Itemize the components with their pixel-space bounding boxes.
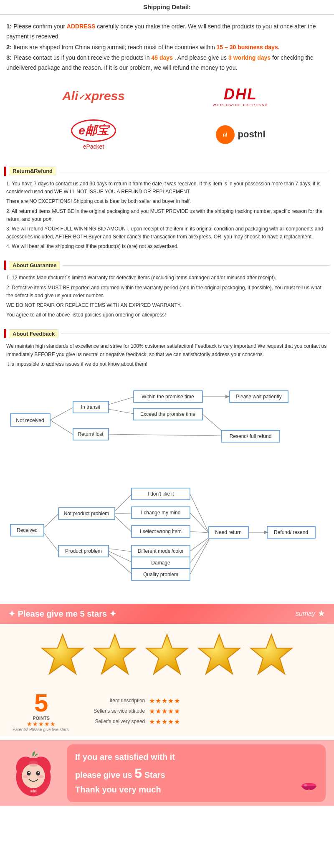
svg-line-54 xyxy=(190,538,209,551)
stars-banner: ✦ Please give me 5 stars ✦ sumay xyxy=(0,604,334,624)
svg-text:nl: nl xyxy=(223,132,228,138)
stars-banner-text: ✦ Please give me 5 stars ✦ xyxy=(8,609,116,619)
svg-text:I change my mind: I change my mind xyxy=(141,510,181,516)
five-points-sub: Parents! Please give five stars. xyxy=(13,727,70,732)
return-refund-bar xyxy=(4,167,6,176)
shipping-item2-num: 2: xyxy=(6,43,12,51)
svg-line-51 xyxy=(190,494,209,533)
svg-text:Not product problem: Not product problem xyxy=(64,511,109,516)
flowchart-received: Received Not product problem Product pro… xyxy=(0,466,334,600)
guarantee-item-1: 1. 12 months Manufacturer`s limited Warr… xyxy=(6,274,328,282)
epacket-logo: e邮宝 ePacket xyxy=(22,115,165,154)
satisfaction-stars-label: Stars xyxy=(144,770,165,779)
return-refund-body: 1. You have 7 days to contact us and 30 … xyxy=(0,178,334,257)
svg-text:In transit: In transit xyxy=(81,404,101,410)
star-5 xyxy=(248,632,294,678)
svg-point-75 xyxy=(38,772,39,773)
svg-point-74 xyxy=(28,772,30,773)
postnl-text: postnl xyxy=(238,129,266,140)
guarantee-item-4: You agree to all of the above-listed pol… xyxy=(6,311,328,319)
shipping-header: Shipping Detail: xyxy=(0,0,334,15)
logos-section: Ali✓xpress DHL WORLDWIDE EXPRESS® e邮宝 eP… xyxy=(0,77,334,162)
svg-text:Need return: Need return xyxy=(215,529,241,535)
five-points-stars: ★★★★★ xyxy=(27,721,56,727)
svg-marker-64 xyxy=(94,634,136,674)
star-4 xyxy=(196,632,242,678)
svg-line-53 xyxy=(190,531,209,533)
svg-point-77 xyxy=(38,775,44,778)
svg-text:Please wait patiently: Please wait patiently xyxy=(236,394,281,400)
shipping-item1-address: ADDRESS xyxy=(67,23,95,30)
svg-line-33 xyxy=(115,494,132,511)
postnl-logo: nl postnl xyxy=(169,121,312,148)
shipping-item1-num: 1: xyxy=(6,23,12,30)
rating-label-1: Item description xyxy=(82,698,145,704)
about-guarantee-body: 1. 12 months Manufacturer`s limited Warr… xyxy=(0,272,334,325)
five-points-number: 5 xyxy=(34,691,48,716)
rating-label-2: Seller's service attitude xyxy=(82,708,145,714)
svg-text:Refund/ resend: Refund/ resend xyxy=(274,529,308,535)
star-3 xyxy=(144,632,190,678)
lip-icon xyxy=(301,782,317,796)
satisfaction-text: If you are satisfied with it please give… xyxy=(75,751,317,796)
svg-line-21 xyxy=(109,434,221,436)
rating-stars-2: ★★★★★ xyxy=(149,707,180,715)
svg-line-42 xyxy=(109,549,132,552)
satisfaction-line2: please give us xyxy=(75,770,132,779)
rating-stars-1: ★★★★★ xyxy=(149,697,180,705)
guarantee-item-3: WE DO NOT REPAIR OR REPLACE ITEMS WITH A… xyxy=(6,301,328,309)
svg-line-20 xyxy=(202,414,221,430)
dhl-logo: DHL WORLDWIDE EXPRESS® xyxy=(169,81,312,111)
satisfaction-text-box: If you are satisfied with it please give… xyxy=(67,744,326,802)
feedback-item-1: We maintain high standards of excellence… xyxy=(6,342,328,358)
dhl-sub: WORLDWIDE EXPRESS® xyxy=(213,103,268,107)
svg-point-73 xyxy=(36,771,40,775)
return-refund-header: Return&Refund xyxy=(4,167,330,176)
return-item-2: There are NO EXCEPTIONS! Shipping cost i… xyxy=(6,197,328,205)
about-feedback-label: About Feedback xyxy=(9,329,58,338)
stars-banner-brand: sumay xyxy=(296,610,326,618)
shipping-text: 1: Please confirm your ADDRESS carefully… xyxy=(0,19,334,77)
shipping-item2-days: 15 – 30 business days. xyxy=(217,44,280,51)
svg-text:adei: adei xyxy=(30,789,37,793)
star-2 xyxy=(92,632,138,678)
about-feedback-header: About Feedback xyxy=(4,329,330,338)
return-item-5: 4. We will bear all the shipping cost if… xyxy=(6,243,328,251)
feedback-item-2: It is impossible to address issues if we… xyxy=(6,360,328,368)
five-points-label: POINTS xyxy=(33,716,50,721)
about-feedback-body: We maintain high standards of excellence… xyxy=(0,341,334,374)
satisfaction-line4: Thank you very much xyxy=(75,785,161,794)
epacket-label: ePacket xyxy=(83,143,104,150)
svg-text:Within the promise time: Within the promise time xyxy=(142,394,194,400)
svg-line-11 xyxy=(109,409,134,414)
aliexpress-logo: Ali✓xpress xyxy=(22,85,165,107)
svg-line-34 xyxy=(115,513,132,514)
svg-text:Return/ lost: Return/ lost xyxy=(78,431,104,437)
svg-line-27 xyxy=(44,514,58,528)
return-refund-label: Return&Refund xyxy=(9,167,56,175)
svg-line-35 xyxy=(115,516,132,532)
about-guarantee-label: About Guarantee xyxy=(9,261,60,270)
svg-text:Quality problem: Quality problem xyxy=(143,572,178,577)
svg-text:Different model/color: Different model/color xyxy=(138,548,184,554)
postnl-icon: nl xyxy=(216,125,235,144)
rating-item-2: Seller's service attitude ★★★★★ xyxy=(82,707,180,715)
svg-line-5 xyxy=(50,420,73,435)
rating-label-3: Seller's delivery speed xyxy=(82,719,145,724)
svg-text:I select wrong item: I select wrong item xyxy=(140,529,182,534)
flowchart-not-received: Not received In transit Return/ lost Wit… xyxy=(0,374,334,466)
svg-text:Damage: Damage xyxy=(151,560,170,566)
rating-item-1: Item description ★★★★★ xyxy=(82,697,180,705)
svg-text:Received: Received xyxy=(17,527,38,533)
about-guarantee-bar xyxy=(4,261,6,270)
return-item-3: 2. All returned items MUST BE in the ori… xyxy=(6,208,328,223)
shipping-item3-working: 3 working days xyxy=(228,54,271,61)
aliexpress-logo-text: Ali✓xpress xyxy=(62,89,125,103)
svg-marker-65 xyxy=(147,634,188,674)
svg-line-55 xyxy=(190,539,209,563)
shipping-item3-pre: Please contact us if you don't receive t… xyxy=(13,54,151,61)
svg-text:Not received: Not received xyxy=(16,418,44,423)
rating-items: Item description ★★★★★ Seller's service … xyxy=(82,697,180,726)
shipping-item3-mid: . And please give us xyxy=(175,54,228,61)
five-stars-row xyxy=(0,624,334,686)
